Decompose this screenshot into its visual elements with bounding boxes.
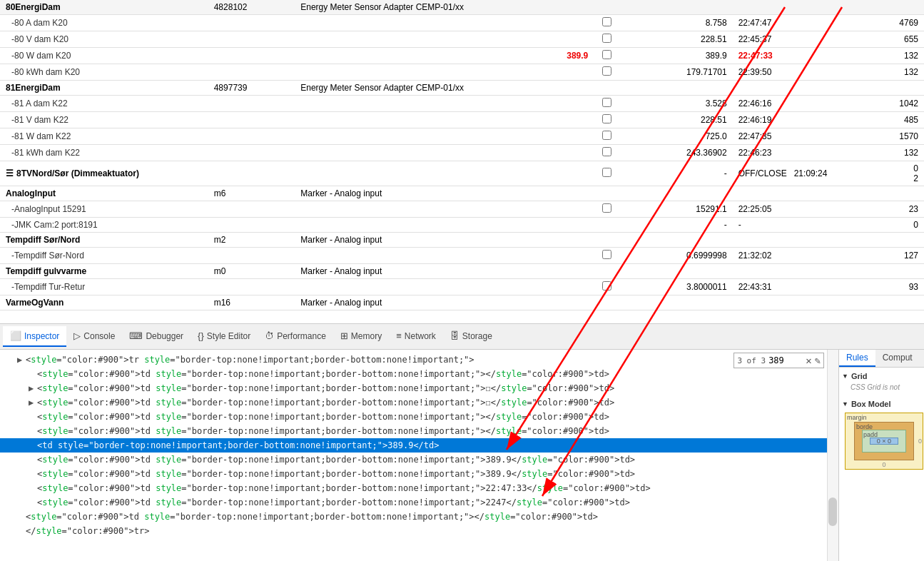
html-line[interactable]: ▶<style="color:#900">td style="border-to…	[0, 395, 838, 410]
rules-panel: Rules Comput ▼ Grid CSS Grid is not ▼ Bo…	[838, 350, 924, 561]
tab-inspector-label: Inspector	[24, 331, 59, 341]
performance-icon: ⏱	[265, 330, 274, 341]
search-edit-icon[interactable]: ✎	[815, 355, 821, 366]
html-line[interactable]: ▶<style="color:#900">tr style="border-to…	[0, 353, 838, 367]
rules-tab-rules[interactable]: Rules	[839, 350, 875, 367]
tab-console[interactable]: ▷ Console	[66, 326, 122, 347]
devtools-content: 3 of 3 ✕ ✎ ▶<style="color:#900">tr style…	[0, 350, 924, 561]
html-scrollbar-thumb[interactable]	[828, 497, 837, 526]
search-bar: 3 of 3 ✕ ✎	[733, 353, 824, 368]
search-count: 3 of 3	[737, 356, 766, 365]
html-line[interactable]: <style="color:#900">td style="border-top…	[0, 495, 838, 510]
tab-inspector[interactable]: ⬜ Inspector	[3, 326, 66, 347]
tab-storage-label: Storage	[462, 331, 492, 341]
html-lines-container: ▶<style="color:#900">tr style="border-to…	[0, 350, 838, 541]
rules-tab-computed[interactable]: Comput	[875, 350, 920, 367]
html-line[interactable]: </style="color:#900">tr>	[0, 524, 838, 538]
html-line[interactable]: <style="color:#900">td style="border-top…	[0, 410, 838, 424]
content-size: 0 × 0	[877, 438, 891, 445]
app-container: 80EnergiDam 4828102 Energy Meter Sensor …	[0, 0, 924, 561]
html-line[interactable]: <style="color:#900">td style="border-top…	[0, 367, 838, 381]
tab-memory-label: Memory	[351, 331, 382, 341]
margin-label: margin	[847, 414, 867, 421]
html-line[interactable]: <style="color:#900">td style="border-top…	[0, 424, 838, 438]
grid-section: ▼ Grid CSS Grid is not	[842, 370, 921, 393]
html-line[interactable]: <style="color:#900">td style="border-top…	[0, 481, 838, 495]
html-line[interactable]: <style="color:#900">td style="border-top…	[0, 510, 838, 524]
tab-storage[interactable]: 🗄 Storage	[443, 326, 499, 347]
box-model-diagram: margin borde padd 0 × 0	[842, 410, 921, 472]
box-model-section-header[interactable]: ▼ Box Model	[842, 398, 921, 410]
box-model-chevron-icon: ▼	[842, 400, 848, 408]
storage-icon: 🗄	[450, 330, 460, 341]
html-panel: 3 of 3 ✕ ✎ ▶<style="color:#900">tr style…	[0, 350, 838, 561]
rules-content: ▼ Grid CSS Grid is not ▼ Box Model	[839, 368, 924, 481]
tab-console-label: Console	[83, 331, 115, 341]
html-scrollbar-track[interactable]	[827, 350, 838, 561]
html-line[interactable]: ▶<style="color:#900">td style="border-to…	[0, 381, 838, 395]
debugger-icon: ⌨	[129, 330, 143, 341]
network-icon: ≡	[396, 330, 402, 341]
inspector-icon: ⬜	[10, 330, 21, 341]
margin-right-val: 0	[918, 438, 922, 445]
memory-icon: ⊞	[340, 330, 348, 341]
tab-performance-label: Performance	[277, 331, 326, 341]
search-input[interactable]	[768, 355, 804, 365]
box-model-label: Box Model	[851, 400, 891, 408]
search-close-icon[interactable]: ✕	[806, 355, 811, 366]
tab-network-label: Network	[405, 331, 436, 341]
console-icon: ▷	[73, 330, 81, 341]
main-table: 80EnergiDam 4828102 Energy Meter Sensor …	[0, 0, 924, 310]
grid-chevron-icon: ▼	[842, 373, 848, 380]
data-table-area: 80EnergiDam 4828102 Energy Meter Sensor …	[0, 0, 924, 323]
grid-section-header[interactable]: ▼ Grid	[842, 370, 921, 382]
tab-style-editor-label: Style Editor	[207, 331, 250, 341]
tab-network[interactable]: ≡ Network	[389, 326, 443, 347]
tab-debugger-label: Debugger	[146, 331, 183, 341]
tab-debugger[interactable]: ⌨ Debugger	[122, 326, 191, 347]
devtools-toolbar: ⬜ Inspector ▷ Console ⌨ Debugger {} Styl…	[0, 323, 924, 350]
rules-tabs: Rules Comput	[839, 350, 924, 368]
style-editor-icon: {}	[198, 330, 204, 341]
html-line[interactable]: <style="color:#900">td style="border-top…	[0, 453, 838, 467]
html-line[interactable]: <td style="border-top:none!important;bor…	[0, 438, 838, 453]
tab-style-editor[interactable]: {} Style Editor	[191, 326, 258, 347]
box-model-section: ▼ Box Model margin borde	[842, 398, 921, 472]
grid-label: Grid	[851, 372, 868, 380]
html-line[interactable]: <style="color:#900">td style="border-top…	[0, 467, 838, 481]
tab-memory[interactable]: ⊞ Memory	[333, 326, 389, 347]
tab-performance[interactable]: ⏱ Performance	[258, 326, 333, 347]
margin-bottom-val: 0	[882, 461, 885, 468]
grid-note: CSS Grid is not	[842, 382, 921, 393]
